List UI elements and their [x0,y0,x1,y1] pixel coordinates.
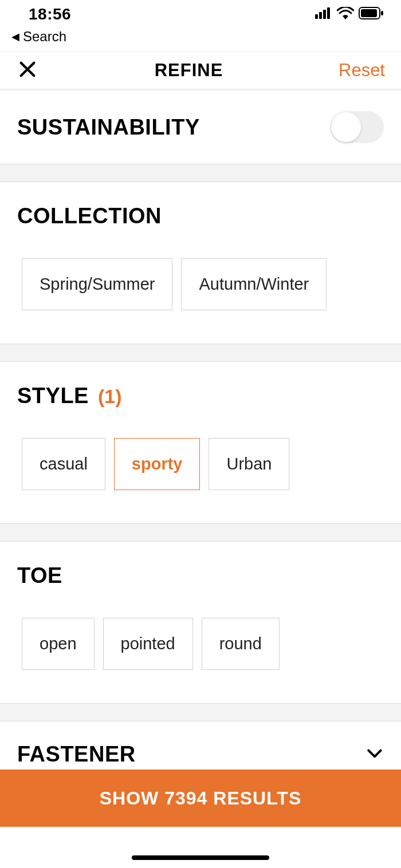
close-button[interactable] [16,59,39,82]
section-title-sustainability: SUSTAINABILITY [17,115,200,140]
status-bar: 18:56 [0,0,401,29]
toggle-thumb [331,112,361,142]
chevron-down-icon [365,744,384,765]
home-indicator[interactable] [132,855,269,860]
svg-rect-1 [319,12,322,19]
chip-urban[interactable]: Urban [209,438,289,490]
section-sustainability: SUSTAINABILITY [0,90,401,164]
chip-autumn-winter[interactable]: Autumn/Winter [181,258,327,310]
section-style: STYLE (1) casual sporty Urban [0,361,401,524]
svg-rect-5 [361,9,377,17]
section-title-collection: COLLECTION [17,204,162,228]
sustainability-toggle[interactable] [330,111,384,143]
style-chips: casual sporty Urban [17,438,384,490]
chip-open[interactable]: open [22,618,95,670]
status-icons [315,7,384,22]
chip-pointed[interactable]: pointed [103,618,193,670]
svg-rect-0 [315,14,318,19]
back-to-search[interactable]: ◀ Search [0,29,401,52]
chip-sporty[interactable]: sporty [114,438,200,490]
page-title: REFINE [155,60,223,81]
svg-rect-3 [327,7,330,19]
wifi-icon [337,7,354,22]
svg-rect-2 [323,10,326,19]
refine-header: REFINE Reset [0,52,401,90]
back-triangle-icon: ◀ [11,30,19,43]
chip-casual[interactable]: casual [22,438,105,490]
section-title-toe: TOE [17,563,62,588]
style-count-badge: (1) [98,385,122,408]
close-icon [18,60,37,81]
battery-icon [359,7,384,22]
collection-chips: Spring/Summer Autumn/Winter [17,258,384,310]
section-toe: TOE open pointed round [0,541,401,704]
cellular-icon [315,7,332,21]
toe-chips: open pointed round [17,618,384,670]
status-time: 18:56 [29,5,71,23]
section-collection: COLLECTION Spring/Summer Autumn/Winter [0,182,401,344]
chip-round[interactable]: round [202,618,280,670]
section-title-style: STYLE [17,384,89,408]
chip-spring-summer[interactable]: Spring/Summer [22,258,172,310]
show-results-button[interactable]: SHOW 7394 RESULTS [0,770,401,827]
reset-button[interactable]: Reset [339,60,385,81]
section-title-fastener: FASTENER [17,742,136,767]
svg-rect-6 [381,11,383,15]
back-label: Search [23,29,66,45]
